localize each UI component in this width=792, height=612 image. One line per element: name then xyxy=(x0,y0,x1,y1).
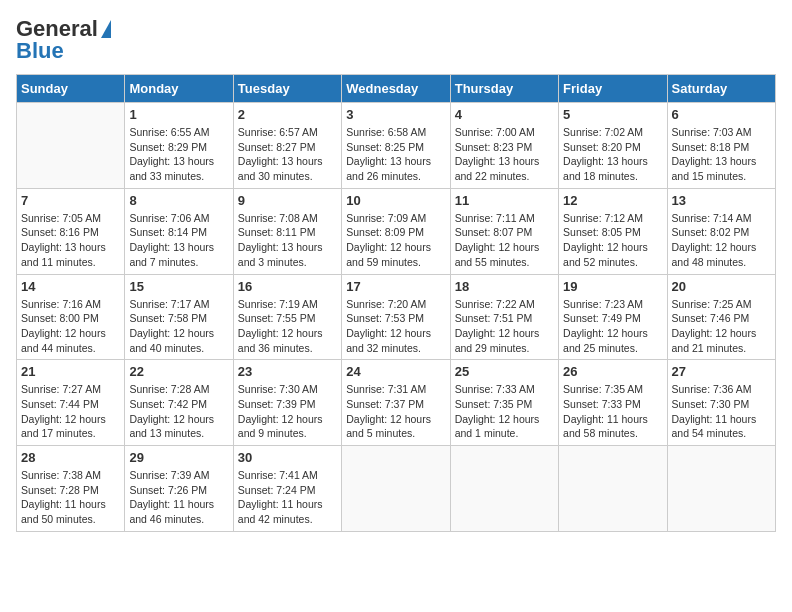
column-header-monday: Monday xyxy=(125,75,233,103)
column-header-tuesday: Tuesday xyxy=(233,75,341,103)
day-info: Sunrise: 7:35 AM Sunset: 7:33 PM Dayligh… xyxy=(563,382,662,441)
calendar-cell: 24Sunrise: 7:31 AM Sunset: 7:37 PM Dayli… xyxy=(342,360,450,446)
day-info: Sunrise: 7:17 AM Sunset: 7:58 PM Dayligh… xyxy=(129,297,228,356)
day-number: 26 xyxy=(563,364,662,379)
header-row: SundayMondayTuesdayWednesdayThursdayFrid… xyxy=(17,75,776,103)
calendar-cell: 18Sunrise: 7:22 AM Sunset: 7:51 PM Dayli… xyxy=(450,274,558,360)
day-info: Sunrise: 7:05 AM Sunset: 8:16 PM Dayligh… xyxy=(21,211,120,270)
calendar-cell: 5Sunrise: 7:02 AM Sunset: 8:20 PM Daylig… xyxy=(559,103,667,189)
day-number: 15 xyxy=(129,279,228,294)
column-header-saturday: Saturday xyxy=(667,75,775,103)
day-number: 16 xyxy=(238,279,337,294)
day-number: 21 xyxy=(21,364,120,379)
day-number: 13 xyxy=(672,193,771,208)
logo-blue: Blue xyxy=(16,38,64,64)
day-info: Sunrise: 7:23 AM Sunset: 7:49 PM Dayligh… xyxy=(563,297,662,356)
calendar-cell: 21Sunrise: 7:27 AM Sunset: 7:44 PM Dayli… xyxy=(17,360,125,446)
column-header-sunday: Sunday xyxy=(17,75,125,103)
day-number: 6 xyxy=(672,107,771,122)
week-row-2: 14Sunrise: 7:16 AM Sunset: 8:00 PM Dayli… xyxy=(17,274,776,360)
day-number: 3 xyxy=(346,107,445,122)
day-number: 8 xyxy=(129,193,228,208)
calendar-cell: 17Sunrise: 7:20 AM Sunset: 7:53 PM Dayli… xyxy=(342,274,450,360)
calendar-cell: 30Sunrise: 7:41 AM Sunset: 7:24 PM Dayli… xyxy=(233,446,341,532)
day-number: 12 xyxy=(563,193,662,208)
day-number: 30 xyxy=(238,450,337,465)
day-info: Sunrise: 7:31 AM Sunset: 7:37 PM Dayligh… xyxy=(346,382,445,441)
calendar-cell: 19Sunrise: 7:23 AM Sunset: 7:49 PM Dayli… xyxy=(559,274,667,360)
day-info: Sunrise: 6:55 AM Sunset: 8:29 PM Dayligh… xyxy=(129,125,228,184)
day-info: Sunrise: 7:22 AM Sunset: 7:51 PM Dayligh… xyxy=(455,297,554,356)
calendar-cell xyxy=(17,103,125,189)
day-number: 22 xyxy=(129,364,228,379)
calendar-cell xyxy=(667,446,775,532)
calendar-table: SundayMondayTuesdayWednesdayThursdayFrid… xyxy=(16,74,776,532)
calendar-cell: 1Sunrise: 6:55 AM Sunset: 8:29 PM Daylig… xyxy=(125,103,233,189)
week-row-1: 7Sunrise: 7:05 AM Sunset: 8:16 PM Daylig… xyxy=(17,188,776,274)
column-header-friday: Friday xyxy=(559,75,667,103)
week-row-4: 28Sunrise: 7:38 AM Sunset: 7:28 PM Dayli… xyxy=(17,446,776,532)
day-info: Sunrise: 7:08 AM Sunset: 8:11 PM Dayligh… xyxy=(238,211,337,270)
day-info: Sunrise: 7:25 AM Sunset: 7:46 PM Dayligh… xyxy=(672,297,771,356)
day-number: 28 xyxy=(21,450,120,465)
day-number: 18 xyxy=(455,279,554,294)
day-info: Sunrise: 7:38 AM Sunset: 7:28 PM Dayligh… xyxy=(21,468,120,527)
day-number: 29 xyxy=(129,450,228,465)
calendar-cell: 6Sunrise: 7:03 AM Sunset: 8:18 PM Daylig… xyxy=(667,103,775,189)
calendar-cell: 8Sunrise: 7:06 AM Sunset: 8:14 PM Daylig… xyxy=(125,188,233,274)
day-info: Sunrise: 7:20 AM Sunset: 7:53 PM Dayligh… xyxy=(346,297,445,356)
calendar-cell: 16Sunrise: 7:19 AM Sunset: 7:55 PM Dayli… xyxy=(233,274,341,360)
day-info: Sunrise: 7:11 AM Sunset: 8:07 PM Dayligh… xyxy=(455,211,554,270)
page-header: General Blue xyxy=(16,16,776,64)
calendar-cell: 15Sunrise: 7:17 AM Sunset: 7:58 PM Dayli… xyxy=(125,274,233,360)
calendar-cell: 9Sunrise: 7:08 AM Sunset: 8:11 PM Daylig… xyxy=(233,188,341,274)
day-info: Sunrise: 7:30 AM Sunset: 7:39 PM Dayligh… xyxy=(238,382,337,441)
day-number: 4 xyxy=(455,107,554,122)
day-number: 20 xyxy=(672,279,771,294)
calendar-cell: 28Sunrise: 7:38 AM Sunset: 7:28 PM Dayli… xyxy=(17,446,125,532)
calendar-cell: 23Sunrise: 7:30 AM Sunset: 7:39 PM Dayli… xyxy=(233,360,341,446)
day-number: 23 xyxy=(238,364,337,379)
calendar-cell: 20Sunrise: 7:25 AM Sunset: 7:46 PM Dayli… xyxy=(667,274,775,360)
day-info: Sunrise: 7:33 AM Sunset: 7:35 PM Dayligh… xyxy=(455,382,554,441)
calendar-cell: 4Sunrise: 7:00 AM Sunset: 8:23 PM Daylig… xyxy=(450,103,558,189)
day-number: 10 xyxy=(346,193,445,208)
calendar-cell: 11Sunrise: 7:11 AM Sunset: 8:07 PM Dayli… xyxy=(450,188,558,274)
day-number: 1 xyxy=(129,107,228,122)
calendar-cell: 14Sunrise: 7:16 AM Sunset: 8:00 PM Dayli… xyxy=(17,274,125,360)
week-row-0: 1Sunrise: 6:55 AM Sunset: 8:29 PM Daylig… xyxy=(17,103,776,189)
calendar-cell: 13Sunrise: 7:14 AM Sunset: 8:02 PM Dayli… xyxy=(667,188,775,274)
calendar-cell: 12Sunrise: 7:12 AM Sunset: 8:05 PM Dayli… xyxy=(559,188,667,274)
day-number: 14 xyxy=(21,279,120,294)
day-info: Sunrise: 7:09 AM Sunset: 8:09 PM Dayligh… xyxy=(346,211,445,270)
day-info: Sunrise: 7:02 AM Sunset: 8:20 PM Dayligh… xyxy=(563,125,662,184)
day-number: 27 xyxy=(672,364,771,379)
day-number: 11 xyxy=(455,193,554,208)
logo: General Blue xyxy=(16,16,111,64)
day-info: Sunrise: 7:16 AM Sunset: 8:00 PM Dayligh… xyxy=(21,297,120,356)
calendar-cell: 7Sunrise: 7:05 AM Sunset: 8:16 PM Daylig… xyxy=(17,188,125,274)
day-info: Sunrise: 7:03 AM Sunset: 8:18 PM Dayligh… xyxy=(672,125,771,184)
day-info: Sunrise: 7:36 AM Sunset: 7:30 PM Dayligh… xyxy=(672,382,771,441)
column-header-thursday: Thursday xyxy=(450,75,558,103)
calendar-cell: 22Sunrise: 7:28 AM Sunset: 7:42 PM Dayli… xyxy=(125,360,233,446)
calendar-cell: 26Sunrise: 7:35 AM Sunset: 7:33 PM Dayli… xyxy=(559,360,667,446)
calendar-cell xyxy=(450,446,558,532)
day-info: Sunrise: 7:41 AM Sunset: 7:24 PM Dayligh… xyxy=(238,468,337,527)
day-number: 19 xyxy=(563,279,662,294)
calendar-cell xyxy=(342,446,450,532)
calendar-cell xyxy=(559,446,667,532)
calendar-body: 1Sunrise: 6:55 AM Sunset: 8:29 PM Daylig… xyxy=(17,103,776,532)
day-info: Sunrise: 7:28 AM Sunset: 7:42 PM Dayligh… xyxy=(129,382,228,441)
calendar-cell: 2Sunrise: 6:57 AM Sunset: 8:27 PM Daylig… xyxy=(233,103,341,189)
day-number: 25 xyxy=(455,364,554,379)
week-row-3: 21Sunrise: 7:27 AM Sunset: 7:44 PM Dayli… xyxy=(17,360,776,446)
day-number: 7 xyxy=(21,193,120,208)
day-info: Sunrise: 7:00 AM Sunset: 8:23 PM Dayligh… xyxy=(455,125,554,184)
day-info: Sunrise: 6:57 AM Sunset: 8:27 PM Dayligh… xyxy=(238,125,337,184)
day-number: 9 xyxy=(238,193,337,208)
calendar-cell: 29Sunrise: 7:39 AM Sunset: 7:26 PM Dayli… xyxy=(125,446,233,532)
calendar-cell: 10Sunrise: 7:09 AM Sunset: 8:09 PM Dayli… xyxy=(342,188,450,274)
calendar-cell: 3Sunrise: 6:58 AM Sunset: 8:25 PM Daylig… xyxy=(342,103,450,189)
calendar-cell: 27Sunrise: 7:36 AM Sunset: 7:30 PM Dayli… xyxy=(667,360,775,446)
